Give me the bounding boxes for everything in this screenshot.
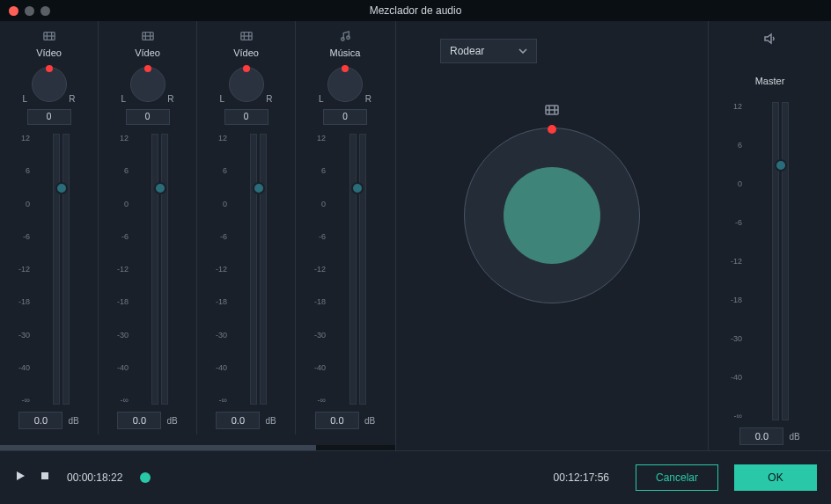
meter-right [359, 134, 366, 405]
channel-db-value[interactable]: 0.0 [216, 412, 260, 429]
fader-handle[interactable] [55, 182, 68, 194]
timeline-slider[interactable] [140, 469, 553, 486]
pan-value[interactable]: 0 [323, 109, 367, 125]
channel-label: Vídeo [233, 47, 259, 58]
fader-area: 1260-6-12-18-30-40-∞ [197, 134, 295, 405]
svg-point-12 [342, 38, 345, 41]
scrollbar-thumb[interactable] [0, 445, 316, 450]
svg-point-13 [347, 36, 350, 40]
pan-knob[interactable] [229, 67, 264, 102]
channel-db-value[interactable]: 0.0 [315, 412, 359, 429]
pan-knob-wrap: LR [23, 62, 76, 107]
channel-label: Vídeo [135, 47, 160, 58]
meter-right [161, 134, 168, 405]
fader-handle[interactable] [253, 182, 265, 194]
master-db-value[interactable]: 0.0 [739, 427, 783, 445]
level-scale: 1260-6-12-18-30-40-∞ [9, 134, 33, 405]
surround-position-handle[interactable] [548, 125, 556, 134]
fader-handle[interactable] [351, 182, 364, 194]
timeline-playhead[interactable] [140, 472, 151, 483]
pan-right-label: R [69, 94, 75, 104]
level-scale: 1260-6-12-18-30-40-∞ [305, 134, 329, 405]
pan-value[interactable]: 0 [27, 109, 71, 125]
pan-knob-wrap: LR [220, 62, 273, 107]
pan-right-label: R [365, 94, 371, 104]
video-icon [43, 28, 55, 44]
play-button[interactable] [14, 470, 26, 486]
channel-db-unit: dB [68, 416, 78, 426]
master-meter-left [772, 102, 779, 420]
level-scale: 1260-6-12-18-30-40-∞ [206, 134, 231, 405]
pan-value[interactable]: 0 [126, 109, 170, 125]
pan-knob-wrap: LR [319, 62, 371, 107]
stop-button[interactable] [39, 470, 51, 486]
pan-knob[interactable] [327, 67, 363, 102]
meter-left [151, 134, 158, 405]
master-fader-handle[interactable] [775, 159, 787, 172]
channel-label: Música [330, 47, 361, 58]
channel-strip: MúsicaLR01260-6-12-18-30-40-∞0.0dB [296, 21, 394, 435]
pan-left-label: L [23, 94, 28, 104]
master-fader-track[interactable] [746, 102, 815, 420]
video-icon [142, 28, 154, 44]
pan-right-label: R [167, 94, 173, 104]
fader-area: 1260-6-12-18-30-40-∞ [296, 134, 394, 405]
pan-left-label: L [121, 94, 127, 104]
meter-left [250, 134, 257, 405]
channel-db-unit: dB [166, 416, 177, 426]
master-meter-right [782, 102, 789, 420]
meter-left [349, 134, 357, 405]
surround-source-icon [545, 103, 559, 121]
fader-track[interactable] [33, 134, 89, 405]
fader-track[interactable] [231, 134, 286, 405]
fader-handle[interactable] [154, 182, 166, 194]
window-controls [0, 6, 50, 16]
channels-scrollbar[interactable] [0, 445, 395, 450]
channels-container: VídeoLR01260-6-12-18-30-40-∞0.0dBVídeoLR… [0, 21, 396, 450]
pan-value[interactable]: 0 [224, 109, 268, 125]
titlebar: Mezclador de audio [0, 0, 831, 21]
transport-bar: 00:00:18:22 00:12:17:56 Cancelar OK [0, 450, 831, 503]
minimize-window-button[interactable] [25, 6, 34, 16]
close-window-button[interactable] [9, 6, 18, 16]
master-db-unit: dB [789, 432, 799, 442]
dropdown-label: Rodear [450, 45, 484, 57]
fader-area: 1260-6-12-18-30-40-∞ [0, 134, 98, 405]
speaker-icon [763, 32, 777, 49]
master-label: Master [755, 76, 785, 86]
music-icon [339, 28, 351, 44]
window-title: Mezclador de audio [370, 4, 462, 17]
channel-label: Vídeo [36, 47, 62, 58]
video-icon [240, 28, 253, 44]
surround-panner[interactable] [464, 128, 640, 303]
pan-left-label: L [319, 94, 324, 104]
pan-right-label: R [266, 94, 272, 104]
meter-right [260, 134, 267, 405]
maximize-window-button[interactable] [40, 6, 50, 16]
surround-mode-dropdown[interactable]: Rodear [440, 39, 537, 63]
fader-track[interactable] [132, 134, 188, 405]
master-fader-area: 1260-6-12-18-30-40-∞ [709, 102, 831, 420]
channel-strip: VídeoLR01260-6-12-18-30-40-∞0.0dB [99, 21, 197, 435]
channel-db-unit: dB [265, 416, 276, 426]
total-duration: 00:12:17:56 [554, 471, 609, 484]
meter-left [53, 134, 60, 405]
ok-button[interactable]: OK [734, 464, 817, 491]
surround-center-zone [504, 167, 600, 264]
channel-strip: VídeoLR01260-6-12-18-30-40-∞0.0dB [0, 21, 99, 435]
main-panel: VídeoLR01260-6-12-18-30-40-∞0.0dBVídeoLR… [0, 21, 831, 450]
fader-track[interactable] [329, 134, 386, 405]
pan-knob[interactable] [32, 67, 67, 102]
pan-knob-wrap: LR [121, 62, 174, 107]
master-section: Master 1260-6-12-18-30-40-∞ 0.0 dB [708, 21, 831, 450]
meter-right [63, 134, 70, 405]
chevron-down-icon [518, 48, 527, 54]
channel-db-value[interactable]: 0.0 [117, 412, 161, 429]
cancel-button[interactable]: Cancelar [636, 464, 718, 491]
level-scale: 1260-6-12-18-30-40-∞ [107, 134, 132, 405]
channel-strip: VídeoLR01260-6-12-18-30-40-∞0.0dB [197, 21, 296, 435]
current-time: 00:00:18:22 [67, 471, 122, 484]
pan-knob[interactable] [130, 67, 165, 102]
channel-db-value[interactable]: 0.0 [18, 412, 63, 429]
surround-section: Rodear [396, 21, 708, 450]
